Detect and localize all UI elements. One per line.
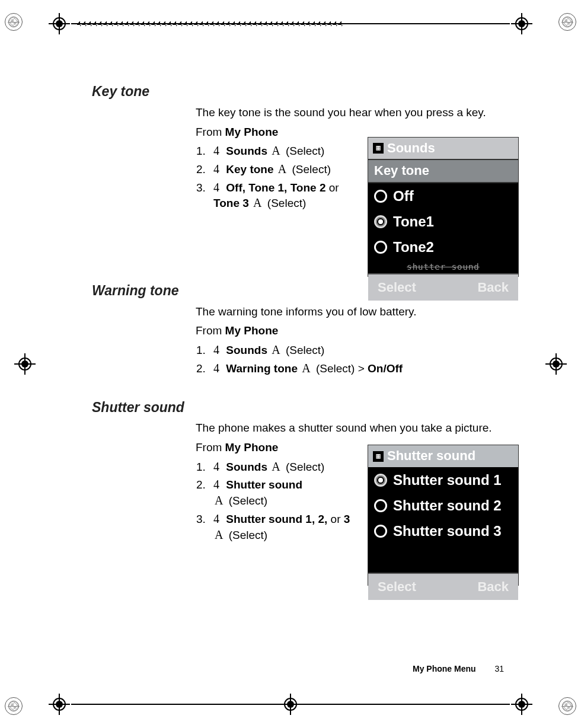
phone-option-label: Tone2 bbox=[393, 238, 434, 256]
registration-mark bbox=[5, 697, 23, 715]
nav-icon: 4 bbox=[213, 459, 219, 474]
step-select: (Select) bbox=[286, 461, 324, 473]
softkey-icon: A bbox=[278, 161, 286, 177]
step-tail: On/Off bbox=[368, 362, 403, 375]
phone-softkey-right: Back bbox=[477, 279, 509, 296]
softkey-icon: A bbox=[215, 493, 223, 508]
phone-softkey-right: Back bbox=[477, 579, 509, 596]
phone-option-label: Tone1 bbox=[393, 212, 434, 231]
nav-icon: 4 bbox=[213, 342, 219, 357]
step-select: (Select) bbox=[229, 529, 267, 541]
phone-title-icon: ▦ bbox=[373, 143, 384, 154]
step-action: Sounds bbox=[226, 145, 267, 157]
intro-text: The warning tone informs you of low batt… bbox=[196, 305, 519, 320]
intro-text: The key tone is the sound you hear when … bbox=[196, 106, 519, 120]
intro-text: The phone makes a shutter sound when you… bbox=[196, 421, 519, 436]
page-number: 31 bbox=[494, 664, 504, 673]
phone-screenshot-shutter-sound: ▦ Shutter sound Shutter sound 1 Shutter … bbox=[368, 445, 519, 586]
phone-screenshot-key-tone: ▦ Sounds Key tone Off Tone1 Tone2 shutte… bbox=[368, 137, 519, 277]
phone-softkey-bar: Select Back bbox=[368, 573, 518, 601]
phone-option-label: Shutter sound 3 bbox=[393, 522, 502, 540]
decorative-rule bbox=[71, 704, 510, 705]
step-item: 4 Shutter sound 1, 2, or 3 A (Select) bbox=[209, 511, 362, 542]
phone-softkey-left: Select bbox=[378, 279, 416, 296]
from-menu: My Phone bbox=[225, 441, 279, 454]
step-action: Shutter sound bbox=[226, 478, 302, 491]
step-action: Shutter sound 1, 2, bbox=[226, 513, 327, 525]
step-action: Tone 3 bbox=[213, 197, 249, 209]
step-item: 4 Warning tone A (Select) > On/Off bbox=[209, 360, 519, 376]
step-action: Warning tone bbox=[226, 362, 298, 375]
from-prefix: From bbox=[196, 441, 225, 454]
softkey-icon: A bbox=[253, 195, 261, 210]
phone-option-tone1: Tone1 bbox=[368, 209, 518, 234]
phone-option-shutter1: Shutter sound 1 bbox=[368, 467, 518, 493]
crop-mark-icon bbox=[545, 353, 567, 375]
registration-mark bbox=[558, 13, 576, 31]
step-item: 4 Sounds A (Select) bbox=[209, 342, 519, 358]
step-action: Sounds bbox=[226, 344, 267, 356]
phone-option-tone2: Tone2 bbox=[368, 234, 518, 260]
step-select: (Select) bbox=[292, 163, 331, 175]
nav-icon: 4 bbox=[213, 477, 219, 492]
softkey-icon: A bbox=[272, 459, 280, 474]
crop-mark-icon bbox=[511, 13, 532, 34]
softkey-icon: A bbox=[302, 360, 310, 376]
from-menu: My Phone bbox=[225, 324, 279, 337]
footer-title: My Phone Menu bbox=[413, 664, 476, 673]
crop-mark-icon bbox=[14, 353, 36, 375]
nav-icon: 4 bbox=[213, 360, 219, 376]
section-shutter-sound: Shutter sound The phone makes a shutter … bbox=[92, 399, 519, 576]
step-action: 3 bbox=[344, 513, 350, 525]
radio-icon-selected bbox=[374, 215, 387, 228]
steps-list: 4 Sounds A (Select) 4 Shutter sound A (S… bbox=[196, 459, 362, 542]
step-separator: > bbox=[355, 362, 368, 375]
step-select: (Select) bbox=[229, 494, 267, 507]
steps-list: 4 Sounds A (Select) 4 Warning tone A (Se… bbox=[196, 342, 519, 376]
phone-option-shutter2: Shutter sound 2 bbox=[368, 493, 518, 518]
section-heading: Shutter sound bbox=[92, 399, 519, 417]
phone-option-label: Shutter sound 2 bbox=[393, 496, 502, 515]
section-key-tone: Key tone The key tone is the sound you h… bbox=[92, 83, 519, 260]
phone-title-icon: ▦ bbox=[373, 451, 384, 462]
from-prefix: From bbox=[196, 324, 225, 337]
nav-icon: 4 bbox=[213, 180, 219, 195]
phone-softkey-bar: Select Back bbox=[368, 273, 518, 301]
phone-option-label: Off bbox=[393, 187, 414, 205]
steps-list: 4 Sounds A (Select) 4 Key tone A (Select… bbox=[196, 143, 362, 211]
crop-mark-icon bbox=[49, 13, 70, 34]
softkey-icon: A bbox=[272, 342, 280, 357]
step-action: Off, Tone 1, Tone 2 bbox=[226, 181, 325, 194]
decorative-diamond-strip bbox=[77, 20, 356, 28]
phone-softkey-left: Select bbox=[378, 579, 416, 596]
phone-subtitle: Key tone bbox=[368, 159, 518, 183]
page-footer: My Phone Menu 31 bbox=[413, 664, 504, 673]
phone-title-text: Shutter sound bbox=[387, 448, 475, 465]
crop-mark-icon bbox=[511, 694, 532, 715]
phone-option-off: Off bbox=[368, 183, 518, 209]
from-line: From My Phone bbox=[196, 324, 519, 339]
softkey-icon: A bbox=[272, 143, 280, 158]
step-action: Key tone bbox=[226, 163, 273, 175]
registration-mark bbox=[5, 13, 23, 31]
radio-icon bbox=[374, 525, 387, 538]
radio-icon bbox=[374, 190, 387, 203]
phone-title-bar: ▦ Sounds bbox=[368, 138, 518, 159]
step-select: (Select) bbox=[286, 145, 324, 157]
section-heading: Key tone bbox=[92, 83, 519, 101]
step-action: Sounds bbox=[226, 461, 267, 473]
phone-title-text: Sounds bbox=[387, 140, 435, 157]
step-connector: or bbox=[327, 513, 343, 525]
step-connector: or bbox=[325, 181, 339, 194]
crop-mark-icon bbox=[49, 694, 70, 715]
phone-overflow-item: shutter sound bbox=[368, 260, 518, 273]
step-item: 4 Sounds A (Select) bbox=[209, 459, 362, 475]
step-select: (Select) bbox=[267, 197, 306, 209]
step-item: 4 Key tone A (Select) bbox=[209, 161, 362, 177]
phone-option-shutter3: Shutter sound 3 bbox=[368, 518, 518, 544]
softkey-icon: A bbox=[215, 527, 223, 542]
step-select: (Select) bbox=[316, 362, 355, 375]
step-item: 4 Sounds A (Select) bbox=[209, 143, 362, 159]
registration-mark bbox=[558, 697, 576, 715]
radio-icon bbox=[374, 241, 387, 254]
